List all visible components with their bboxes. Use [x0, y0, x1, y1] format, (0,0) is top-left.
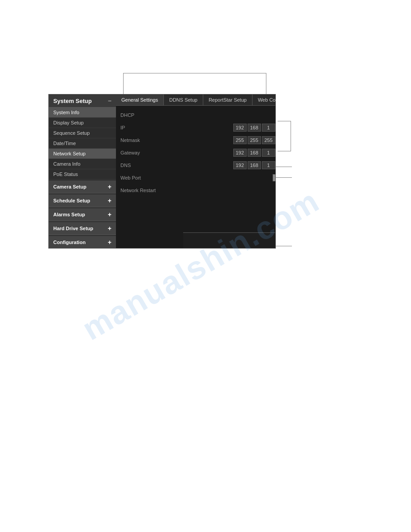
sidebar-item-camera-info[interactable]: Camera Info [49, 159, 116, 169]
callout-top-bracket [123, 73, 266, 96]
sidebar-item-datetime[interactable]: Date/Time [49, 138, 116, 149]
web-port-value: 65535 [161, 174, 276, 182]
dns-part-1[interactable] [233, 161, 247, 169]
sidebar-section-alarms-setup[interactable]: Alarms Setup + [49, 208, 116, 221]
gateway-part-2[interactable] [248, 149, 261, 157]
sidebar-section-camera-setup[interactable]: Camera Setup + [49, 180, 116, 193]
netmask-part-1[interactable] [233, 136, 247, 144]
dns-value: Num [161, 161, 276, 169]
tab-general-settings[interactable]: General Settings [116, 94, 164, 105]
dns-part-3[interactable] [262, 161, 275, 169]
dhcp-value: ON [161, 111, 276, 119]
ip-part-1[interactable] [233, 124, 247, 132]
sidebar-item-system-info[interactable]: System Info [49, 107, 116, 118]
network-restart-row: Network Restart OFF [120, 185, 276, 195]
sidebar-item-display-setup[interactable]: Display Setup [49, 118, 116, 128]
dns-row: DNS Num [120, 160, 276, 170]
gateway-part-3[interactable] [262, 149, 275, 157]
web-port-row: Web Port 65535 [120, 173, 276, 183]
netmask-label: Netmask [120, 137, 161, 143]
main-content: General Settings DDNS Setup ReportStar S… [116, 94, 276, 248]
gateway-label: Gateway [120, 150, 161, 155]
tab-reportstar-setup[interactable]: ReportStar Setup [203, 94, 253, 105]
tab-ddns-setup[interactable]: DDNS Setup [164, 94, 203, 105]
ip-part-3[interactable] [262, 124, 275, 132]
sidebar-item-network-setup[interactable]: Network Setup [49, 149, 116, 159]
netmask-row: Netmask Num [120, 135, 276, 145]
dhcp-row: DHCP ON [120, 110, 276, 120]
netmask-value: Num [161, 136, 276, 144]
sidebar-section-hard-drive-setup[interactable]: Hard Drive Setup + [49, 222, 116, 235]
sidebar-section-configuration[interactable]: Configuration + [49, 236, 116, 249]
sidebar-header: System Setup − [49, 94, 116, 107]
ip-part-2[interactable] [248, 124, 261, 132]
close-button-row: Close [183, 232, 276, 248]
dhcp-label: DHCP [120, 112, 161, 118]
gateway-part-1[interactable] [233, 149, 247, 157]
form-area: DHCP ON IP Num [116, 106, 276, 202]
callout-right-bracket [278, 121, 291, 151]
alarms-setup-expand-icon: + [108, 211, 111, 218]
dns-part-2[interactable] [248, 161, 261, 169]
main-ui-window: System Setup − System Info Display Setup… [48, 94, 276, 249]
web-port-label: Web Port [120, 175, 161, 180]
sidebar-section-schedule-setup[interactable]: Schedule Setup + [49, 194, 116, 207]
camera-setup-expand-icon: + [108, 183, 111, 190]
hard-drive-setup-expand-icon: + [108, 225, 111, 232]
gateway-row: Gateway Num [120, 148, 276, 158]
tab-web-connect[interactable]: Web Connect S [253, 94, 276, 105]
web-port-area: 65535 [161, 174, 276, 182]
netmask-part-2[interactable] [248, 136, 261, 144]
sidebar-title: System Setup [53, 98, 92, 104]
dns-label: DNS [120, 163, 161, 168]
ip-value: Num [161, 124, 276, 132]
sidebar: System Setup − System Info Display Setup… [49, 94, 116, 248]
ip-row: IP Num [120, 123, 276, 133]
sidebar-item-poe-status[interactable]: PoE Status [49, 169, 116, 180]
sidebar-minimize-button[interactable]: − [108, 97, 111, 104]
gateway-value: Num [161, 149, 276, 157]
tabs-bar: General Settings DDNS Setup ReportStar S… [116, 94, 276, 106]
sidebar-item-sequence-setup[interactable]: Sequence Setup [49, 128, 116, 138]
schedule-setup-expand-icon: + [108, 197, 111, 204]
network-restart-value: OFF [161, 186, 276, 195]
configuration-expand-icon: + [108, 239, 111, 246]
netmask-part-3[interactable] [262, 136, 275, 144]
ip-label: IP [120, 125, 161, 130]
network-restart-label: Network Restart [120, 188, 161, 193]
port-icon [273, 174, 276, 181]
